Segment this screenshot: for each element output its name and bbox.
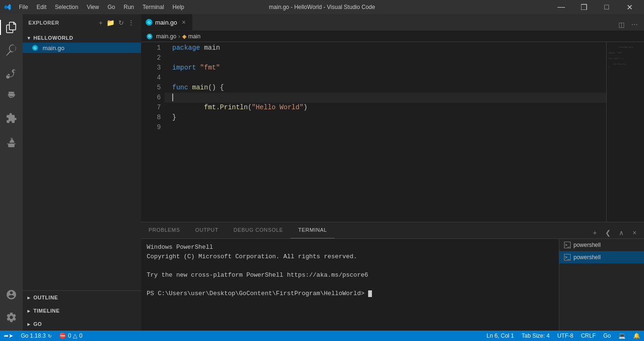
- split-terminal-icon[interactable]: ❮: [602, 227, 614, 238]
- menu-bar: File Edit Selection View Go Run Terminal…: [15, 3, 188, 11]
- activity-extensions[interactable]: [0, 107, 23, 130]
- file-name: main.go: [43, 44, 64, 52]
- go-refresh-icon: ↻: [48, 333, 52, 339]
- menu-edit[interactable]: Edit: [33, 3, 50, 11]
- go-header[interactable]: ► GO: [23, 319, 141, 329]
- chevron-right-outline-icon: ►: [26, 295, 31, 300]
- chevron-up-icon[interactable]: ∧: [616, 227, 627, 238]
- code-editor[interactable]: 1 2 3 4 5 6 7 8 9 package main import "f…: [141, 42, 644, 222]
- terminal-output[interactable]: Windows PowerShell Copyright (C) Microso…: [141, 239, 559, 331]
- project-folder[interactable]: ▼ HELLOWORLD: [23, 33, 141, 43]
- panel-actions: + ❮ ∧ ×: [585, 227, 644, 238]
- restore-button[interactable]: ❒: [573, 0, 595, 14]
- sidebar-bottom-sections: ► OUTLINE ► TIMELINE ► GO: [23, 290, 141, 331]
- timeline-header[interactable]: ► TIMELINE: [23, 306, 141, 315]
- statusbar-ln-col[interactable]: Ln 6, Col 1: [483, 331, 518, 341]
- titlebar: File Edit Selection View Go Run Terminal…: [0, 0, 644, 14]
- menu-file[interactable]: File: [15, 3, 32, 11]
- breadcrumb-separator: ›: [178, 33, 180, 40]
- file-main-go[interactable]: G main.go: [23, 43, 141, 53]
- new-file-icon[interactable]: +: [98, 18, 104, 27]
- statusbar-notifications[interactable]: 🔔: [629, 331, 644, 341]
- maximize-button[interactable]: □: [596, 0, 618, 14]
- new-folder-icon[interactable]: 📁: [106, 18, 115, 27]
- error-icon: ⛔: [59, 332, 66, 339]
- more-actions-icon[interactable]: ⋯: [629, 19, 640, 30]
- code-line-4: [165, 73, 606, 83]
- statusbar: ➦➤ Go 1.18.3 ↻ ⛔ 0 △ 0 Ln 6, Col 1 Tab S…: [0, 331, 644, 341]
- remote-icon: ➦➤: [4, 332, 13, 339]
- code-line-6: [165, 93, 606, 103]
- titlebar-left: File Edit Selection View Go Run Terminal…: [4, 3, 188, 11]
- code-line-3: import "fmt": [165, 63, 606, 73]
- breadcrumb-symbol[interactable]: ◆ main: [182, 33, 201, 40]
- tab-close-icon[interactable]: ×: [180, 18, 187, 26]
- statusbar-encoding[interactable]: UTF-8: [554, 331, 577, 341]
- breadcrumb-symbol-icon: ◆: [182, 33, 186, 40]
- terminal-line-1: Windows PowerShell: [147, 243, 553, 252]
- activity-testing[interactable]: [0, 131, 23, 154]
- explorer-section: ▼ HELLOWORLD G main.go: [23, 31, 141, 55]
- activity-bottom: [0, 283, 23, 329]
- statusbar-remote[interactable]: ➦➤: [0, 331, 17, 341]
- statusbar-go-version[interactable]: Go 1.18.3 ↻: [17, 331, 55, 341]
- menu-help[interactable]: Help: [169, 3, 188, 11]
- minimize-button[interactable]: —: [550, 0, 572, 14]
- tab-main-go[interactable]: G main.go ×: [141, 14, 193, 30]
- menu-go[interactable]: Go: [104, 3, 119, 11]
- language-text: Go: [603, 332, 611, 339]
- go-version-text: Go 1.18.3: [21, 332, 46, 339]
- warning-icon: △: [73, 332, 77, 339]
- window-controls: — ❒ □ ✕: [550, 0, 640, 14]
- menu-view[interactable]: View: [83, 3, 103, 11]
- activity-source-control[interactable]: [0, 61, 23, 84]
- menu-selection[interactable]: Selection: [51, 3, 82, 11]
- statusbar-language[interactable]: Go: [600, 331, 615, 341]
- menu-terminal[interactable]: Terminal: [139, 3, 168, 11]
- sidebar: EXPLORER + 📁 ↻ ⋮ ▼ HELLOWORLD G main.go: [23, 14, 141, 331]
- code-content[interactable]: package main import "fmt" func main() { …: [165, 42, 606, 222]
- outline-section: ► OUTLINE: [23, 291, 141, 304]
- code-line-9: [165, 122, 606, 132]
- line-numbers: 1 2 3 4 5 6 7 8 9: [141, 42, 165, 222]
- chevron-right-timeline-icon: ►: [26, 308, 31, 314]
- add-terminal-icon[interactable]: +: [589, 227, 600, 238]
- line-ending-text: CRLF: [581, 332, 596, 339]
- panel-content: Windows PowerShell Copyright (C) Microso…: [141, 239, 644, 331]
- go-file-icon: G: [32, 44, 40, 52]
- breadcrumb-filename: main.go: [156, 33, 176, 40]
- chevron-right-go-icon: ►: [26, 322, 31, 327]
- statusbar-tab-size[interactable]: Tab Size: 4: [518, 331, 553, 341]
- tab-terminal[interactable]: TERMINAL: [291, 222, 335, 238]
- activity-explorer[interactable]: [0, 16, 23, 39]
- terminal-instance-2[interactable]: >_ powershell: [559, 251, 644, 263]
- tab-bar: G main.go × ◫ ⋯: [141, 14, 644, 31]
- minimap: package main import "fmt" func main() { …: [606, 42, 644, 222]
- statusbar-line-ending[interactable]: CRLF: [577, 331, 600, 341]
- terminal-instance-1[interactable]: >_ powershell: [559, 239, 644, 251]
- tab-debug-console[interactable]: DEBUG CONSOLE: [226, 222, 291, 238]
- statusbar-right: Ln 6, Col 1 Tab Size: 4 UTF-8 CRLF Go 💻 …: [483, 331, 644, 341]
- statusbar-errors[interactable]: ⛔ 0 △ 0: [55, 331, 86, 341]
- remote-status-icon: 💻: [618, 332, 626, 339]
- outline-header[interactable]: ► OUTLINE: [23, 293, 141, 302]
- activity-run-debug[interactable]: [0, 84, 23, 107]
- activity-settings[interactable]: [0, 306, 23, 329]
- refresh-icon[interactable]: ↻: [117, 18, 125, 27]
- breadcrumb: G main.go › ◆ main: [141, 31, 644, 42]
- terminal-prompt-text: PS C:\Users\user\Desktop\GoContent\First…: [147, 290, 368, 297]
- close-button[interactable]: ✕: [618, 0, 640, 14]
- statusbar-remote-btn[interactable]: 💻: [615, 331, 629, 341]
- tab-output[interactable]: OUTPUT: [187, 222, 226, 238]
- tab-problems[interactable]: PROBLEMS: [141, 222, 187, 238]
- menu-run[interactable]: Run: [120, 3, 138, 11]
- collapse-all-icon[interactable]: ⋮: [127, 18, 135, 27]
- sidebar-header: EXPLORER + 📁 ↻ ⋮: [23, 14, 141, 31]
- split-editor-icon[interactable]: ◫: [616, 19, 627, 30]
- go-label: GO: [33, 321, 42, 327]
- activity-search[interactable]: [0, 39, 23, 61]
- activity-account[interactable]: [0, 283, 23, 306]
- close-panel-icon[interactable]: ×: [629, 227, 640, 238]
- tab-bar-actions: ◫ ⋯: [193, 19, 644, 30]
- breadcrumb-file[interactable]: G main.go: [147, 33, 176, 40]
